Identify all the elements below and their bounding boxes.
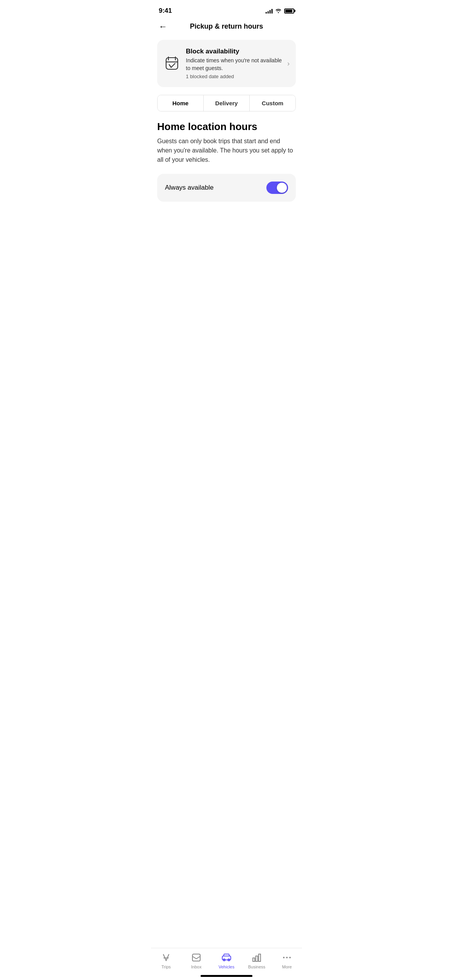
status-icons — [266, 8, 294, 14]
always-available-toggle[interactable] — [266, 182, 288, 194]
svg-rect-0 — [166, 58, 178, 69]
toggle-track — [266, 182, 288, 194]
block-content: Block availability Indicate times when y… — [186, 48, 282, 79]
svg-line-5 — [171, 63, 175, 67]
tab-home[interactable]: Home — [158, 95, 204, 111]
status-time: 9:41 — [159, 7, 172, 15]
main-content: Block availability Indicate times when y… — [151, 37, 302, 202]
chevron-right-icon: › — [287, 60, 290, 68]
section-description: Guests can only book trips that start an… — [157, 137, 296, 164]
signal-bars-icon — [266, 8, 273, 14]
status-bar: 9:41 — [151, 0, 302, 19]
block-description: Indicate times when you're not available… — [186, 57, 282, 72]
section-title: Home location hours — [157, 121, 296, 133]
section-header: Home location hours Guests can only book… — [157, 121, 296, 164]
tab-switcher: Home Delivery Custom — [157, 95, 296, 111]
svg-line-4 — [169, 65, 171, 67]
tab-delivery[interactable]: Delivery — [204, 95, 250, 111]
block-title: Block availability — [186, 48, 282, 55]
wifi-icon — [275, 8, 282, 14]
block-icon — [163, 55, 180, 72]
always-available-card: Always available — [157, 174, 296, 202]
page-title: Pickup & return hours — [159, 22, 294, 31]
back-button[interactable]: ← — [159, 22, 167, 32]
always-available-label: Always available — [165, 184, 214, 192]
back-arrow-icon: ← — [159, 22, 167, 32]
tab-custom[interactable]: Custom — [250, 95, 295, 111]
block-status: 1 blocked date added — [186, 74, 282, 79]
battery-icon — [284, 9, 294, 14]
block-availability-card[interactable]: Block availability Indicate times when y… — [157, 40, 296, 87]
toggle-thumb — [277, 183, 287, 193]
header: ← Pickup & return hours — [151, 19, 302, 37]
